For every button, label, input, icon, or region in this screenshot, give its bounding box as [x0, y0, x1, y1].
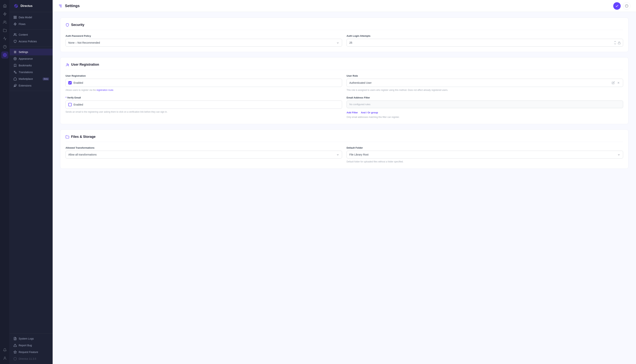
- user-registration-checkbox-box: [68, 81, 72, 84]
- icon-bar-bottom: [1, 346, 9, 362]
- svg-rect-7: [16, 16, 17, 17]
- icon-bar-user[interactable]: [1, 355, 9, 362]
- icon-bar-settings[interactable]: [1, 52, 9, 58]
- user-role-edit-icon[interactable]: [611, 81, 615, 85]
- svg-point-4: [4, 55, 5, 56]
- user-role-actions: [611, 81, 620, 85]
- icon-bar-help[interactable]: [1, 43, 9, 50]
- security-header: Security: [66, 23, 623, 30]
- shield-icon: [66, 23, 69, 27]
- sidebar-item-report-bug[interactable]: Report Bug: [10, 342, 53, 349]
- add-filter-link[interactable]: Add Filter: [347, 111, 358, 114]
- user-registration-hint: Allows users to register via the registr…: [66, 88, 342, 92]
- default-folder-label: Default Folder: [347, 146, 623, 149]
- header-settings-icon: [58, 4, 62, 8]
- user-registration-hint-suffix: .: [113, 89, 114, 91]
- icon-bar-users[interactable]: [1, 19, 9, 26]
- verify-email-label: Verify Email: [66, 96, 342, 99]
- user-role-label: User Role: [347, 74, 623, 77]
- icon-bar-activity[interactable]: [1, 35, 9, 42]
- auth-login-attempts-field: Auth Login Attempts: [347, 34, 623, 46]
- filter-hint: Only email addresses matching this filte…: [347, 116, 623, 119]
- user-registration-field: User Registration Enabled Allows users t…: [66, 74, 342, 92]
- icon-bar-home[interactable]: [1, 2, 9, 9]
- security-title: Security: [71, 23, 84, 27]
- sidebar-item-system-logs[interactable]: System Logs: [10, 335, 53, 342]
- verify-email-field: Verify Email Enabled Sends an email to t…: [66, 96, 342, 119]
- sidebar-item-flows[interactable]: Flows: [10, 21, 53, 28]
- spinner-down[interactable]: [613, 43, 616, 45]
- svg-point-32: [67, 64, 68, 65]
- sidebar-logo[interactable]: Directus: [10, 0, 53, 12]
- svg-point-15: [14, 58, 17, 60]
- icon-bar-files[interactable]: [1, 27, 9, 34]
- user-plus-icon: [66, 63, 69, 66]
- folder-icon: [66, 135, 69, 139]
- sidebar-item-marketplace[interactable]: Marketplace Beta: [10, 76, 53, 82]
- info-button[interactable]: [623, 2, 630, 10]
- sidebar-item-settings[interactable]: Settings: [10, 49, 53, 56]
- default-folder-select[interactable]: File Library Root: [347, 151, 623, 158]
- sidebar-item-extensions[interactable]: Extensions: [10, 82, 53, 89]
- icon-bar: [0, 0, 10, 364]
- auth-password-policy-label: Auth Password Policy: [66, 34, 342, 37]
- svg-point-24: [14, 358, 17, 360]
- svg-point-11: [14, 34, 15, 34]
- marketplace-beta-badge: Beta: [43, 78, 49, 80]
- header-right: [613, 2, 630, 10]
- sidebar-item-bookmarks[interactable]: Bookmarks: [10, 62, 53, 69]
- filter-actions: Add Filter And / Or group: [347, 111, 623, 114]
- sidebar-label-system-logs: System Logs: [19, 337, 34, 340]
- user-registration-title: User Registration: [71, 63, 99, 66]
- sidebar-label-settings: Settings: [19, 50, 28, 54]
- allowed-transformations-select[interactable]: Allow all transformations None Custom: [66, 151, 342, 158]
- and-or-group-link[interactable]: And / Or group: [361, 111, 378, 114]
- files-storage-section: Files & Storage Allowed Transformations …: [60, 130, 628, 169]
- registration-route-link[interactable]: registration route: [97, 89, 113, 91]
- auth-password-policy-select-wrapper: None – Not Recommended Weak Strong: [66, 39, 342, 46]
- verify-email-enabled-label: Enabled: [74, 103, 83, 106]
- email-address-filter-label: Email Address Filter: [347, 96, 623, 99]
- spinner-up[interactable]: [613, 41, 616, 42]
- sidebar-item-data-model[interactable]: Data Model: [10, 14, 53, 21]
- svg-point-1: [4, 21, 5, 22]
- page-title: Settings: [65, 4, 80, 8]
- svg-rect-9: [14, 18, 15, 19]
- email-address-filter-field: Email Address Filter No configured rules…: [347, 96, 623, 119]
- sidebar-item-appearance[interactable]: Appearance: [10, 56, 53, 62]
- sidebar-item-translations[interactable]: Translations: [10, 69, 53, 76]
- icon-bar-flows[interactable]: [1, 10, 9, 18]
- save-button[interactable]: [613, 2, 621, 10]
- sidebar-nav-section: Data Model Flows: [10, 12, 53, 30]
- user-registration-header: User Registration: [66, 63, 623, 70]
- auth-password-policy-select[interactable]: None – Not Recommended Weak Strong: [66, 39, 342, 46]
- sidebar-label-marketplace: Marketplace: [19, 78, 33, 80]
- user-role-clear-icon[interactable]: [616, 81, 620, 85]
- lock-icon[interactable]: [618, 41, 621, 44]
- sidebar-label-report-bug: Report Bug: [19, 344, 32, 347]
- allowed-transformations-select-wrapper: Allow all transformations None Custom: [66, 151, 342, 158]
- sidebar-label-translations: Translations: [19, 71, 33, 74]
- files-storage-title: Files & Storage: [71, 135, 96, 139]
- sidebar-label-bookmarks: Bookmarks: [19, 64, 32, 67]
- sidebar-item-access-policies[interactable]: Access Policies: [10, 38, 53, 45]
- icon-bar-notifications[interactable]: [1, 346, 9, 354]
- security-form-grid: Auth Password Policy None – Not Recommen…: [66, 34, 623, 46]
- verify-email-checkbox[interactable]: Enabled: [66, 100, 342, 109]
- user-registration-label: User Registration: [66, 74, 342, 77]
- default-folder-field: Default Folder File Library Root Default…: [347, 146, 623, 163]
- user-registration-section: User Registration User Registration Enab…: [60, 57, 628, 124]
- default-folder-hint: Default folder for uploaded files withou…: [347, 160, 623, 163]
- sidebar-version: Directus 11.3.5: [10, 356, 53, 362]
- auth-login-attempts-input[interactable]: [347, 39, 613, 46]
- sidebar-item-user-roles[interactable]: Content: [10, 31, 53, 38]
- verify-email-hint: Sends an email to the registering user a…: [66, 110, 342, 114]
- sidebar-label-extensions: Extensions: [19, 84, 31, 87]
- svg-rect-6: [14, 16, 15, 17]
- verify-email-checkbox-box: [68, 103, 72, 106]
- spinner-buttons: [613, 41, 616, 45]
- sidebar-item-request-feature[interactable]: Request Feature: [10, 349, 53, 356]
- user-role-field: User Role Authenticated User: [347, 74, 623, 92]
- files-storage-header: Files & Storage: [66, 135, 623, 142]
- user-registration-checkbox[interactable]: Enabled: [66, 79, 342, 87]
